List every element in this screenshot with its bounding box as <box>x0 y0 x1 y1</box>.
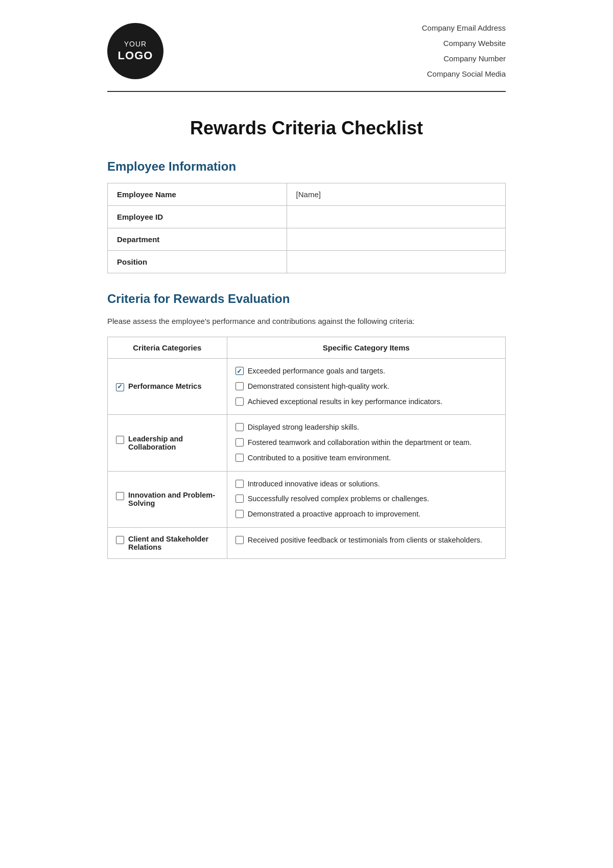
list-item: Demonstrated consistent high-quality wor… <box>235 381 497 392</box>
employee-field-row: Position <box>108 251 506 273</box>
category-checkbox[interactable] <box>116 492 124 500</box>
item-text: Achieved exceptional results in key perf… <box>248 396 442 408</box>
item-checkbox[interactable] <box>235 510 244 518</box>
item-text: Displayed strong leadership skills. <box>248 422 359 433</box>
item-checkbox[interactable] <box>235 480 244 488</box>
items-cell: Introduced innovative ideas or solutions… <box>227 471 505 527</box>
employee-field-row: Employee Name [Name] <box>108 183 506 206</box>
company-email: Company Email Address <box>422 20 506 36</box>
category-name: Leadership and Collaboration <box>128 435 219 451</box>
list-item: Successfully resolved complex problems o… <box>235 494 497 505</box>
category-label: Leadership and Collaboration <box>116 435 219 451</box>
employee-field-label: Department <box>108 228 287 251</box>
item-text: Successfully resolved complex problems o… <box>248 494 429 505</box>
list-item: Achieved exceptional results in key perf… <box>235 396 497 408</box>
employee-field-row: Employee ID <box>108 206 506 228</box>
item-text: Contributed to a positive team environme… <box>248 453 391 464</box>
category-checkbox[interactable] <box>116 383 124 391</box>
company-info: Company Email Address Company Website Co… <box>422 20 506 82</box>
criteria-description: Please assess the employee's performance… <box>107 315 506 327</box>
category-cell: Leadership and Collaboration <box>108 415 227 471</box>
category-cell: Client and Stakeholder Relations <box>108 527 227 558</box>
item-checkbox[interactable] <box>235 438 244 447</box>
company-number: Company Number <box>422 51 506 66</box>
employee-field-label: Employee Name <box>108 183 287 206</box>
section-title-criteria: Criteria for Rewards Evaluation <box>107 292 506 306</box>
col-header-categories: Criteria Categories <box>108 337 227 359</box>
employee-info-table: Employee Name [Name] Employee ID Departm… <box>107 183 506 273</box>
item-text: Introduced innovative ideas or solutions… <box>248 479 380 490</box>
employee-field-value <box>287 228 505 251</box>
category-checkbox[interactable] <box>116 536 124 544</box>
logo-line1: YOUR <box>124 39 147 49</box>
items-cell: Received positive feedback or testimonia… <box>227 527 505 558</box>
criteria-row: Client and Stakeholder Relations Receive… <box>108 527 506 558</box>
header-divider <box>107 91 506 92</box>
page-title: Rewards Criteria Checklist <box>107 118 506 139</box>
criteria-row: Leadership and Collaboration Displayed s… <box>108 415 506 471</box>
section-title-employee: Employee Information <box>107 159 506 174</box>
category-name: Performance Metrics <box>128 382 201 390</box>
list-item: Displayed strong leadership skills. <box>235 422 497 433</box>
employee-field-value <box>287 206 505 228</box>
item-checkbox[interactable] <box>235 423 244 431</box>
employee-field-label: Position <box>108 251 287 273</box>
category-cell: Performance Metrics <box>108 359 227 415</box>
page-header: YOUR LOGO Company Email Address Company … <box>107 20 506 82</box>
category-name: Client and Stakeholder Relations <box>128 535 219 551</box>
employee-field-value: [Name] <box>287 183 505 206</box>
item-text: Exceeded performance goals and targets. <box>248 366 385 377</box>
list-item: Received positive feedback or testimonia… <box>235 535 497 546</box>
item-text: Demonstrated consistent high-quality wor… <box>248 381 389 392</box>
item-checkbox[interactable] <box>235 454 244 462</box>
list-item: Introduced innovative ideas or solutions… <box>235 479 497 490</box>
item-text: Fostered teamwork and collaboration with… <box>248 437 471 449</box>
employee-field-row: Department <box>108 228 506 251</box>
category-cell: Innovation and Problem-Solving <box>108 471 227 527</box>
list-item: Contributed to a positive team environme… <box>235 453 497 464</box>
list-item: Exceeded performance goals and targets. <box>235 366 497 377</box>
category-label: Innovation and Problem-Solving <box>116 491 219 507</box>
category-label: Client and Stakeholder Relations <box>116 535 219 551</box>
list-item: Fostered teamwork and collaboration with… <box>235 437 497 449</box>
list-item: Demonstrated a proactive approach to imp… <box>235 509 497 520</box>
item-checkbox[interactable] <box>235 382 244 390</box>
items-cell: Displayed strong leadership skills.Foste… <box>227 415 505 471</box>
criteria-row: Innovation and Problem-Solving Introduce… <box>108 471 506 527</box>
employee-field-value <box>287 251 505 273</box>
item-checkbox[interactable] <box>235 397 244 406</box>
company-website: Company Website <box>422 36 506 51</box>
item-checkbox[interactable] <box>235 367 244 375</box>
item-checkbox[interactable] <box>235 536 244 544</box>
criteria-row: Performance Metrics Exceeded performance… <box>108 359 506 415</box>
logo-line2: LOGO <box>118 49 153 63</box>
col-header-items: Specific Category Items <box>227 337 505 359</box>
category-name: Innovation and Problem-Solving <box>128 491 219 507</box>
category-label: Performance Metrics <box>116 382 219 391</box>
item-text: Demonstrated a proactive approach to imp… <box>248 509 421 520</box>
item-checkbox[interactable] <box>235 495 244 503</box>
items-cell: Exceeded performance goals and targets.D… <box>227 359 505 415</box>
item-text: Received positive feedback or testimonia… <box>248 535 482 546</box>
category-checkbox[interactable] <box>116 436 124 444</box>
company-social: Company Social Media <box>422 66 506 82</box>
company-logo: YOUR LOGO <box>107 23 163 79</box>
employee-field-label: Employee ID <box>108 206 287 228</box>
criteria-table: Criteria Categories Specific Category It… <box>107 337 506 559</box>
